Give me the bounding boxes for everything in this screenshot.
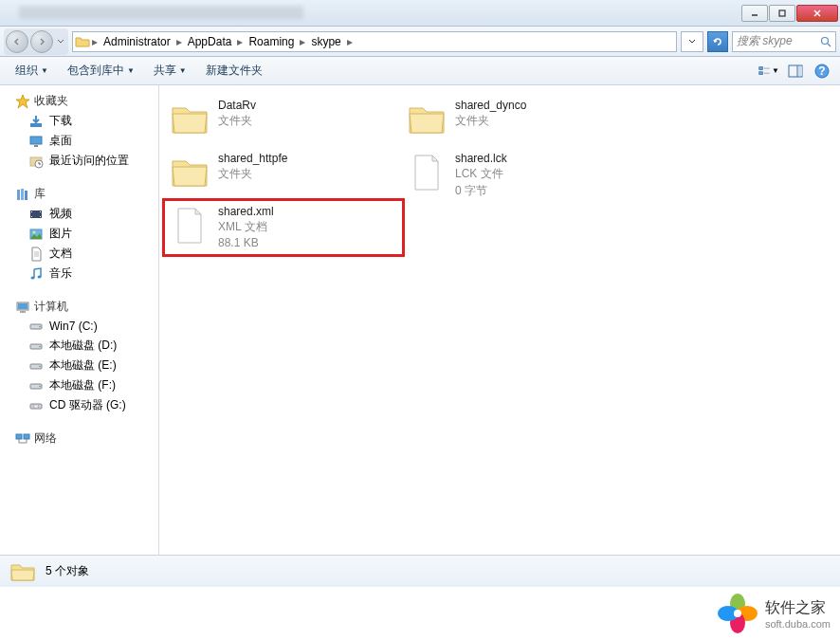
breadcrumb-item[interactable]: AppData [184, 35, 236, 48]
file-item-file-highlighted[interactable]: shared.xml XML 文档 88.1 KB [165, 201, 402, 254]
file-type: LCK 文件 [455, 166, 507, 182]
refresh-button[interactable] [707, 31, 728, 52]
sidebar-header-network[interactable]: 网络 [0, 429, 158, 448]
sidebar-item-label: 视频 [49, 206, 72, 222]
sidebar-item-documents[interactable]: 文档 [0, 244, 158, 264]
sidebar-item-recent[interactable]: 最近访问的位置 [0, 151, 158, 171]
file-name: shared_dynco [455, 99, 526, 112]
watermark-logo-icon [718, 594, 758, 633]
music-icon [28, 266, 44, 282]
sidebar-item-drive-g[interactable]: CD 驱动器 (G:) [0, 395, 158, 415]
svg-point-43 [39, 365, 41, 367]
chevron-right-icon[interactable]: ▸ [298, 35, 307, 48]
breadcrumb-item[interactable]: skype [307, 35, 344, 48]
breadcrumb-bar[interactable]: ▸ Administrator ▸ AppData ▸ Roaming ▸ sk… [72, 31, 677, 52]
drive-icon [28, 319, 44, 334]
search-placeholder: 搜索 skype [737, 33, 793, 49]
file-info: shared.lck LCK 文件 0 字节 [455, 152, 507, 199]
sidebar-header-label: 计算机 [34, 299, 68, 315]
svg-rect-15 [30, 123, 42, 127]
download-icon [28, 114, 44, 129]
drive-icon [28, 338, 44, 354]
svg-rect-1 [779, 10, 785, 16]
sidebar-item-drive-d[interactable]: 本地磁盘 (D:) [0, 336, 158, 356]
forward-button[interactable] [30, 30, 53, 53]
svg-point-4 [822, 37, 829, 44]
file-info: DataRv 文件夹 [218, 99, 256, 129]
svg-rect-6 [759, 66, 763, 69]
svg-rect-48 [16, 434, 22, 439]
star-icon [15, 94, 30, 109]
history-dropdown[interactable] [55, 32, 66, 51]
svg-rect-49 [24, 434, 29, 439]
file-item-folder[interactable]: shared_httpfe 文件夹 [165, 148, 402, 201]
file-list[interactable]: DataRv 文件夹 shared_dynco 文件夹 shared_httpf… [159, 85, 840, 555]
sidebar-item-desktop[interactable]: 桌面 [0, 131, 158, 151]
sidebar-item-drive-c[interactable]: Win7 (C:) [0, 317, 158, 336]
sidebar-header-computer[interactable]: 计算机 [0, 297, 158, 317]
svg-rect-20 [17, 190, 20, 200]
picture-icon [28, 227, 44, 242]
watermark-area: 软件之家 soft.duba.com [0, 587, 840, 640]
svg-rect-26 [40, 211, 41, 212]
svg-point-45 [39, 385, 41, 387]
preview-pane-button[interactable] [785, 61, 806, 82]
command-toolbar: 组织▼ 包含到库中▼ 共享▼ 新建文件夹 ▼ ? [0, 57, 840, 85]
computer-icon [15, 300, 30, 315]
file-icon [406, 152, 447, 193]
file-name: shared.xml [218, 205, 274, 218]
sidebar-item-pictures[interactable]: 图片 [0, 224, 158, 244]
window-titlebar [0, 0, 840, 27]
chevron-right-icon[interactable]: ▸ [235, 35, 245, 48]
file-name: DataRv [218, 99, 256, 112]
drive-icon [28, 378, 44, 393]
sidebar-item-downloads[interactable]: 下载 [0, 111, 158, 131]
sidebar-item-videos[interactable]: 视频 [0, 204, 158, 224]
file-type: 文件夹 [218, 166, 287, 182]
sidebar-item-drive-e[interactable]: 本地磁盘 (E:) [0, 356, 158, 375]
folder-icon [9, 560, 36, 583]
minimize-button[interactable] [741, 5, 768, 22]
sidebar-favorites-group: 收藏夹 下载 桌面 最近访问的位置 [0, 91, 158, 171]
breadcrumb-dropdown[interactable] [681, 31, 703, 52]
maximize-button[interactable] [769, 5, 795, 22]
sidebar-item-label: Win7 (C:) [49, 320, 98, 333]
sidebar-header-favorites[interactable]: 收藏夹 [0, 91, 158, 111]
recent-icon [28, 154, 44, 169]
svg-rect-17 [34, 145, 38, 147]
sidebar-item-label: 本地磁盘 (E:) [49, 357, 117, 374]
sidebar-item-drive-f[interactable]: 本地磁盘 (F:) [0, 375, 158, 395]
svg-line-5 [828, 44, 831, 46]
search-input[interactable]: 搜索 skype [732, 31, 836, 52]
organize-menu[interactable]: 组织▼ [8, 60, 56, 82]
svg-text:?: ? [818, 64, 825, 78]
document-icon [28, 247, 44, 262]
close-button[interactable] [796, 5, 838, 22]
file-item-folder[interactable]: shared_dynco 文件夹 [402, 95, 639, 148]
sidebar-header-libraries[interactable]: 库 [0, 184, 158, 204]
breadcrumb-item[interactable]: Administrator [100, 35, 174, 48]
watermark-url: soft.duba.com [765, 618, 831, 630]
cd-drive-icon [28, 398, 44, 413]
address-bar: ▸ Administrator ▸ AppData ▸ Roaming ▸ sk… [0, 27, 840, 57]
include-in-library-menu[interactable]: 包含到库中▼ [60, 60, 142, 82]
chevron-right-icon[interactable]: ▸ [90, 35, 100, 48]
svg-point-41 [39, 345, 41, 347]
back-button[interactable] [6, 30, 28, 53]
svg-rect-25 [31, 216, 32, 217]
sidebar-item-label: 最近访问的位置 [49, 153, 129, 169]
file-item-file[interactable]: shared.lck LCK 文件 0 字节 [402, 148, 639, 201]
breadcrumb-item[interactable]: Roaming [245, 35, 298, 48]
sidebar-header-label: 库 [34, 186, 46, 202]
chevron-right-icon[interactable]: ▸ [345, 35, 355, 48]
drive-icon [28, 358, 44, 374]
sidebar-item-music[interactable]: 音乐 [0, 264, 158, 283]
help-button[interactable]: ? [812, 61, 832, 82]
file-item-folder[interactable]: DataRv 文件夹 [165, 95, 402, 148]
chevron-right-icon[interactable]: ▸ [174, 35, 184, 48]
svg-point-34 [38, 275, 42, 278]
svg-rect-12 [798, 66, 802, 76]
new-folder-button[interactable]: 新建文件夹 [198, 60, 270, 82]
view-options-button[interactable]: ▼ [758, 61, 779, 82]
share-menu[interactable]: 共享▼ [146, 60, 194, 82]
